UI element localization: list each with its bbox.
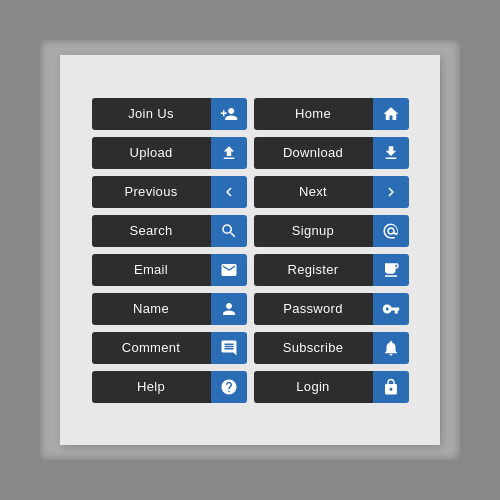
name-icon (211, 293, 247, 325)
button-register[interactable]: Register (254, 254, 409, 286)
button-previous[interactable]: Previous (92, 176, 247, 208)
buttons-grid: Join UsHomeUploadDownloadPreviousNextSea… (76, 82, 425, 419)
button-label-name: Name (92, 293, 211, 325)
button-label-password: Password (254, 293, 373, 325)
button-join-us[interactable]: Join Us (92, 98, 247, 130)
email-icon (211, 254, 247, 286)
register-icon (373, 254, 409, 286)
button-email[interactable]: Email (92, 254, 247, 286)
button-login[interactable]: Login (254, 371, 409, 403)
button-label-join-us: Join Us (92, 98, 211, 130)
button-label-download: Download (254, 137, 373, 169)
home-icon (373, 98, 409, 130)
button-label-login: Login (254, 371, 373, 403)
login-icon (373, 371, 409, 403)
password-icon (373, 293, 409, 325)
button-comment[interactable]: Comment (92, 332, 247, 364)
button-home[interactable]: Home (254, 98, 409, 130)
button-label-home: Home (254, 98, 373, 130)
button-label-signup: Signup (254, 215, 373, 247)
button-label-upload: Upload (92, 137, 211, 169)
upload-icon (211, 137, 247, 169)
button-subscribe[interactable]: Subscribe (254, 332, 409, 364)
subscribe-icon (373, 332, 409, 364)
button-label-search: Search (92, 215, 211, 247)
button-label-help: Help (92, 371, 211, 403)
at-icon (373, 215, 409, 247)
button-label-email: Email (92, 254, 211, 286)
button-download[interactable]: Download (254, 137, 409, 169)
button-name[interactable]: Name (92, 293, 247, 325)
download-icon (373, 137, 409, 169)
button-label-subscribe: Subscribe (254, 332, 373, 364)
button-label-previous: Previous (92, 176, 211, 208)
button-help[interactable]: Help (92, 371, 247, 403)
button-upload[interactable]: Upload (92, 137, 247, 169)
inner-frame: Join UsHomeUploadDownloadPreviousNextSea… (60, 55, 440, 445)
chevron-right-icon (373, 176, 409, 208)
button-search[interactable]: Search (92, 215, 247, 247)
button-next[interactable]: Next (254, 176, 409, 208)
comment-icon (211, 332, 247, 364)
search-icon (211, 215, 247, 247)
outer-frame: Join UsHomeUploadDownloadPreviousNextSea… (40, 40, 460, 460)
button-label-next: Next (254, 176, 373, 208)
button-label-register: Register (254, 254, 373, 286)
button-label-comment: Comment (92, 332, 211, 364)
chevron-left-icon (211, 176, 247, 208)
person-plus-icon (211, 98, 247, 130)
button-signup[interactable]: Signup (254, 215, 409, 247)
button-password[interactable]: Password (254, 293, 409, 325)
help-icon (211, 371, 247, 403)
